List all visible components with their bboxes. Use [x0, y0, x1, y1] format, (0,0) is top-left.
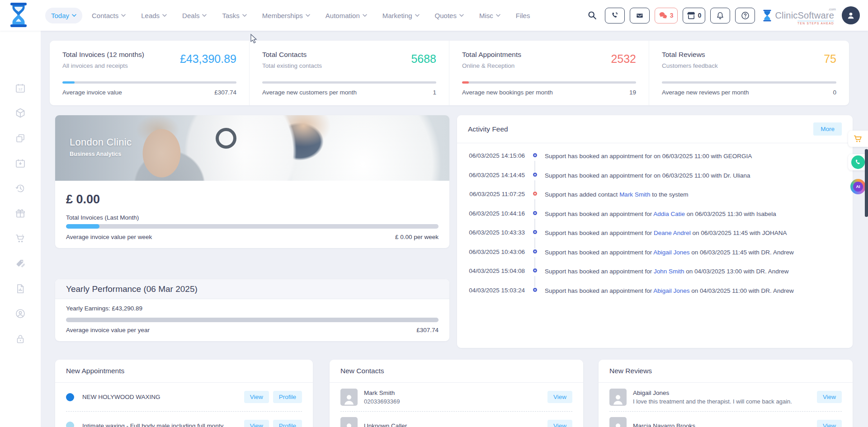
stat-card-reviews: Total Reviews Customers feedback 75 Aver… — [649, 41, 849, 105]
sidebar-cart-icon[interactable] — [11, 229, 30, 248]
search-icon[interactable] — [585, 10, 600, 20]
nav-item-misc[interactable]: Misc — [473, 8, 506, 23]
feed-dot-icon — [533, 230, 537, 234]
main-nav: Today Contacts Leads Deals Tasks Members… — [45, 0, 536, 31]
stat-value: 2532 — [611, 52, 636, 69]
sidebar-package-icon[interactable] — [11, 103, 30, 122]
feed-text: on 06/03/2025 11:45 with JOHANA — [691, 230, 787, 236]
stat-footer-label: Average invoice value — [62, 89, 122, 96]
last-month-invoices-label: Total Invoices (Last Month) — [66, 214, 439, 221]
feed-contact-link[interactable]: John Smith — [654, 268, 684, 275]
feed-contact-link[interactable]: Mark Smith — [619, 191, 650, 198]
chevron-down-icon — [72, 14, 76, 17]
view-button[interactable]: View — [817, 391, 842, 403]
brand-hourglass-icon — [763, 9, 772, 22]
sidebar-lock-icon[interactable] — [11, 329, 30, 348]
nav-item-automation[interactable]: Automation — [320, 8, 373, 23]
cart-icon — [853, 134, 863, 144]
clinicsoftware-logo-icon[interactable] — [9, 3, 28, 29]
feed-text: Support has booked an appointment for — [545, 268, 654, 275]
profile-button[interactable]: Profile — [273, 420, 302, 427]
nav-item-files[interactable]: Files — [510, 8, 536, 23]
view-button[interactable]: View — [817, 420, 842, 427]
contact-name: Unknown Caller — [364, 422, 543, 427]
nav-item-today[interactable]: Today — [45, 8, 82, 23]
stat-title: Total Invoices (12 months) — [62, 51, 144, 59]
feed-contact-link[interactable]: Deane Andrel — [654, 230, 691, 236]
feed-item: 06/03/2025 14:14:45 Support has booked a… — [462, 172, 842, 191]
profile-button[interactable]: Profile — [273, 391, 302, 403]
help-icon — [741, 11, 750, 20]
feed-contact-link[interactable]: Addia Catie — [653, 211, 685, 217]
feed-text: Support has booked an appointment for on… — [545, 172, 750, 179]
invoice-progress-bar — [66, 224, 439, 229]
user-avatar[interactable] — [842, 6, 860, 24]
stat-footer-value: 0 — [833, 89, 836, 96]
chevron-down-icon — [121, 14, 126, 17]
nav-item-memberships[interactable]: Memberships — [256, 8, 316, 23]
chevron-down-icon — [415, 14, 420, 17]
sidebar-tags-icon[interactable] — [11, 254, 30, 273]
feed-contact-link[interactable]: Abigail Jones — [653, 249, 689, 256]
person-icon — [611, 421, 625, 427]
stat-card-appointments: Total Appointments Online & Reception 25… — [449, 41, 649, 105]
stat-progress-bar — [662, 81, 836, 84]
floating-cart-button[interactable] — [848, 131, 868, 147]
feed-item: 06/03/2025 11:07:25 Support has added co… — [462, 191, 842, 210]
stat-title: Total Reviews — [662, 51, 718, 59]
appointment-row: NEW HOLYWOOD WAXING View Profile — [66, 383, 302, 411]
stat-value: 75 — [824, 52, 836, 69]
appointment-label: Intimate waxing - Full body male includi… — [82, 422, 240, 427]
contact-avatar — [340, 417, 358, 427]
nav-item-quotes[interactable]: Quotes — [429, 8, 470, 23]
notifications-button[interactable] — [710, 8, 730, 23]
sidebar-history-icon[interactable] — [11, 179, 30, 198]
chevron-down-icon — [202, 14, 207, 17]
stat-footer-value: £307.74 — [214, 89, 236, 96]
phone-button[interactable] — [605, 8, 625, 23]
stat-footer-value: 1 — [433, 89, 436, 96]
sidebar-account-icon[interactable] — [11, 304, 30, 323]
stat-subtitle: Total existing contacts — [262, 62, 322, 69]
stat-footer-label: Average new reviews per month — [662, 89, 749, 96]
reviewer-name: Abigail Jones — [633, 389, 813, 396]
view-button[interactable]: View — [547, 420, 572, 427]
chat-button[interactable]: 3 — [655, 8, 678, 23]
yearly-performance-card: Yearly Performance (06 Mar 2025) Yearly … — [55, 279, 449, 341]
invoice-footer-label: Average invoice value per week — [66, 234, 152, 240]
nav-item-leads[interactable]: Leads — [135, 8, 173, 23]
sidebar-calendar-12-icon[interactable]: 12 — [11, 79, 30, 98]
sidebar-copy-icon[interactable] — [11, 129, 30, 148]
nav-item-marketing[interactable]: Marketing — [377, 8, 425, 23]
nav-item-deals[interactable]: Deals — [176, 8, 212, 23]
person-icon — [342, 392, 356, 406]
clinic-name: London Clinic — [70, 136, 132, 148]
sidebar-calendar-import-icon[interactable] — [11, 154, 30, 173]
chevron-down-icon — [306, 14, 310, 17]
shop-button[interactable]: 0 — [683, 8, 706, 23]
view-button[interactable]: View — [244, 391, 269, 403]
sidebar-report-icon[interactable] — [11, 279, 30, 298]
feed-timestamp: 06/03/2025 10:44:16 — [462, 210, 525, 217]
inbox-button[interactable] — [630, 8, 650, 23]
last-month-invoices-amount: £ 0.00 — [66, 192, 439, 206]
feed-timestamp: 04/03/2025 15:03:24 — [462, 287, 525, 294]
scrollbar-thumb[interactable] — [865, 149, 868, 217]
feed-contact-link[interactable]: Abigail Jones — [653, 287, 689, 294]
nav-label: Automation — [326, 12, 360, 19]
yearly-footer-value: £307.74 — [416, 327, 439, 333]
new-contacts-card: New Contacts Mark Smith 02033693369 View… — [330, 360, 583, 427]
view-button[interactable]: View — [244, 420, 269, 427]
feed-dot-icon — [533, 249, 537, 253]
sidebar-gift-icon[interactable] — [11, 204, 30, 223]
nav-item-tasks[interactable]: Tasks — [216, 8, 252, 23]
yearly-progress-bar — [66, 318, 439, 322]
stat-card-invoices: Total Invoices (12 months) All invoices … — [50, 41, 250, 105]
nav-label: Leads — [141, 12, 160, 19]
activity-feed-card: Activity Feed More 06/03/2025 14:15:06 S… — [457, 115, 853, 348]
view-button[interactable]: View — [547, 391, 572, 403]
nav-item-contacts[interactable]: Contacts — [86, 8, 132, 23]
help-button[interactable] — [735, 8, 755, 23]
left-sidebar: 12 — [0, 31, 41, 427]
activity-more-button[interactable]: More — [813, 122, 842, 136]
